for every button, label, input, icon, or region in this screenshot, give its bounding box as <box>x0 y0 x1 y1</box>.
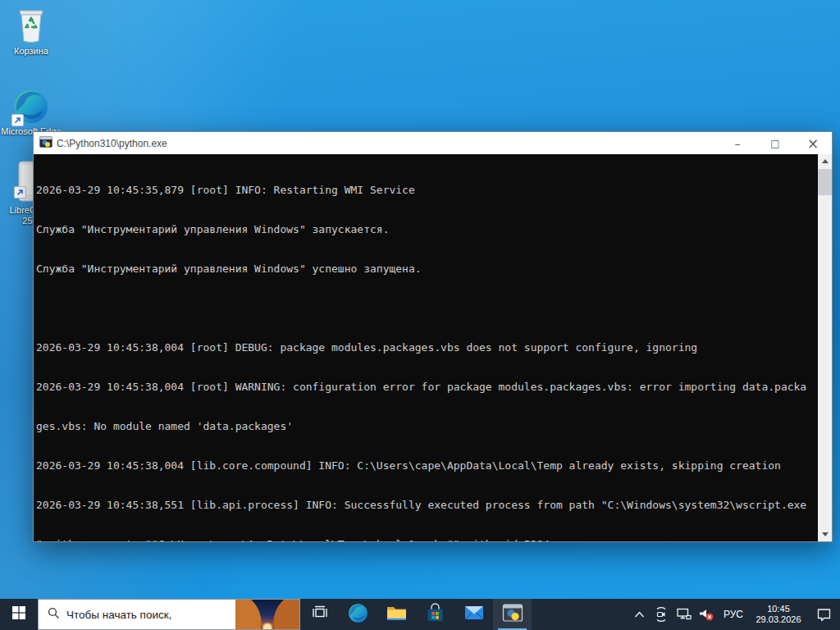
window-titlebar[interactable]: C:\Python310\python.exe – □ × <box>34 132 832 154</box>
action-center-icon <box>816 608 832 622</box>
search-highlight-image[interactable] <box>235 600 299 629</box>
maximize-button[interactable]: □ <box>756 132 794 154</box>
taskbar-search-box[interactable] <box>38 599 300 630</box>
console-line: 2026-03-29 10:45:38,004 [lib.core.compou… <box>36 459 818 472</box>
desktop-icon-label: Корзина <box>0 46 62 57</box>
language-label: РУС <box>724 609 743 620</box>
close-icon: × <box>807 135 819 152</box>
console-output: 2026-03-29 10:45:35,879 [root] INFO: Res… <box>34 154 818 541</box>
system-tray: РУС 10:45 29.03.2026 <box>628 599 840 630</box>
console-app-icon <box>39 135 52 152</box>
task-view-icon <box>312 605 328 623</box>
console-line: " with arguments ""C:\Users\cape\AppData… <box>36 538 818 541</box>
console-line: 2026-03-29 10:45:38,551 [lib.api.process… <box>36 499 818 512</box>
start-button[interactable] <box>0 599 38 630</box>
console-line: Служба "Инструментарий управления Window… <box>36 262 818 276</box>
scrollbar-down-arrow-icon[interactable] <box>818 527 832 541</box>
python-console-icon <box>502 603 523 626</box>
network-icon <box>677 608 692 621</box>
desktop-icon-edge[interactable]: Microsoft Edge <box>0 89 62 137</box>
window-title: C:\Python310\python.exe <box>57 138 167 149</box>
network-button[interactable] <box>673 599 695 630</box>
chevron-up-icon <box>634 610 645 619</box>
search-input[interactable] <box>66 609 198 621</box>
hidden-icons-button[interactable] <box>628 599 650 630</box>
file-explorer-icon <box>386 605 407 625</box>
minimize-button[interactable]: – <box>719 132 756 154</box>
console-line: 2026-03-29 10:45:38,004 [root] DEBUG: pa… <box>36 341 818 354</box>
microsoft-store-icon <box>426 603 445 626</box>
console-line <box>36 302 818 315</box>
clock[interactable]: 10:45 29.03.2026 <box>750 599 807 630</box>
shortcut-arrow-icon <box>14 186 26 199</box>
search-icon <box>39 607 66 623</box>
taskbar-edge-button[interactable] <box>339 599 377 630</box>
task-view-button[interactable] <box>300 599 339 630</box>
scrollbar[interactable] <box>818 154 832 541</box>
mail-icon <box>464 605 484 624</box>
console-line: 2026-03-29 10:45:35,879 [root] INFO: Res… <box>36 184 818 197</box>
console-line: 2026-03-29 10:45:38,004 [root] WARNING: … <box>36 381 818 394</box>
maximize-icon: □ <box>770 138 779 149</box>
console-window: C:\Python310\python.exe – □ × 2026-03-29… <box>33 131 833 542</box>
volume-muted-icon <box>698 607 714 622</box>
scrollbar-thumb[interactable] <box>818 169 832 195</box>
windows-logo-icon <box>12 606 25 623</box>
meet-now-icon <box>654 607 669 622</box>
desktop-icon-recycle-bin[interactable]: Корзина <box>0 7 62 57</box>
taskbar-python-console-button[interactable] <box>493 599 532 630</box>
taskbar-mail-button[interactable] <box>454 599 493 630</box>
language-indicator[interactable]: РУС <box>717 599 750 630</box>
meet-now-button[interactable] <box>650 599 673 630</box>
taskbar-store-button[interactable] <box>416 599 454 630</box>
volume-button[interactable] <box>695 599 717 630</box>
edge-icon <box>348 603 368 627</box>
scrollbar-up-arrow-icon[interactable] <box>818 154 832 168</box>
close-button[interactable]: × <box>794 132 832 154</box>
minimize-icon: – <box>735 139 741 148</box>
recycle-bin-icon <box>0 7 62 44</box>
console-line: Служба "Инструментарий управления Window… <box>36 223 818 236</box>
desktop: Корзина Microsoft Edge <box>0 0 840 630</box>
clock-time: 10:45 <box>756 604 801 614</box>
clock-date: 29.03.2026 <box>756 614 801 625</box>
taskbar: РУС 10:45 29.03.2026 <box>0 599 840 630</box>
edge-icon <box>13 89 49 125</box>
taskbar-file-explorer-button[interactable] <box>377 599 416 630</box>
console-line: ges.vbs: No module named 'data.packages' <box>36 420 818 433</box>
shortcut-arrow-icon <box>11 114 24 126</box>
action-center-button[interactable] <box>807 599 840 630</box>
